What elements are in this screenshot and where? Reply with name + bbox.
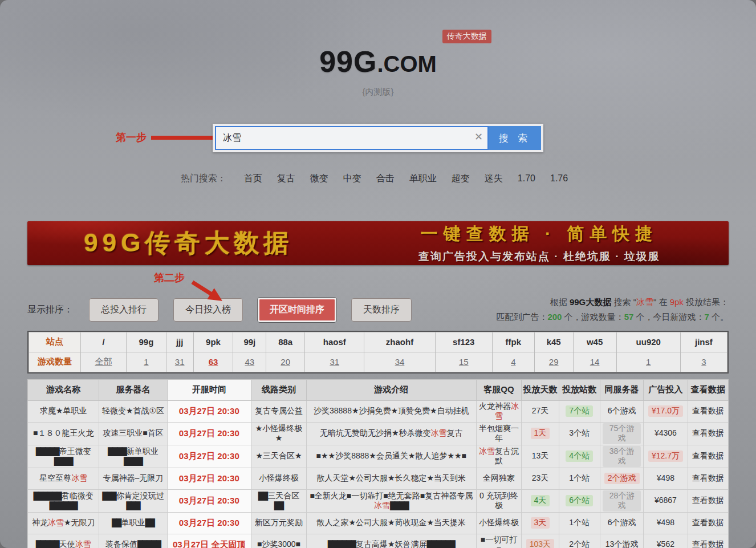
column-header: 客服QQ [476, 379, 522, 400]
cell-name: ■１８０龍王火龙 [28, 422, 99, 445]
cell-time: 03月27日 20:30 [167, 445, 251, 468]
cell-same: 38个游戏 [600, 445, 644, 468]
site-name: 99g [126, 332, 166, 352]
cell-server: ███你肯定没玩过███ [99, 489, 167, 512]
cell-sites: 1个站 [559, 468, 600, 489]
cell-line: ★小怪爆终极★ [251, 422, 307, 445]
cell-intro: 无暗坑无赞助无沙捐★秒杀微变冰雪复古 [307, 422, 476, 445]
site-name: uu920 [616, 332, 680, 352]
cell-server: ████新单职业████ [99, 445, 167, 468]
step2-label: 第二步 [154, 271, 185, 285]
game-row: ██████君临微变█████████你肯定没玩过███03月27日 20:30… [28, 489, 729, 512]
search-input[interactable] [215, 126, 489, 150]
site-name: k45 [534, 332, 573, 352]
site-count-link[interactable]: 4 [511, 357, 515, 367]
view-data-link[interactable]: 查看数据 [692, 473, 724, 482]
step1-label: 第一步 [116, 131, 147, 144]
cell-name: 星空至尊冰雪 [28, 468, 99, 489]
column-header: 游戏介绍 [307, 379, 476, 400]
site-count-link[interactable]: 29 [549, 357, 559, 367]
cell-sites: 6个站 [559, 489, 600, 512]
view-data-link[interactable]: 查看数据 [692, 496, 724, 505]
cell-line: 新区万元奖励 [251, 512, 307, 534]
sort-button-active[interactable]: 开区时间排序 [258, 298, 336, 322]
hot-search-item[interactable]: 中变 [343, 173, 361, 185]
cell-qq: 半包烟爽一年 [476, 422, 522, 445]
cell-same: 28个游戏 [600, 489, 644, 512]
site-count-link[interactable]: 43 [245, 357, 254, 367]
site-name: 9pk [193, 332, 233, 352]
ad-banner[interactable]: 99G传奇大数据 一键查数据 · 简单快捷 查询广告投入与发布站点 · 杜绝坑服… [27, 221, 729, 265]
site-name: / [81, 332, 127, 352]
site-name: jjj [166, 332, 193, 352]
site-count-link[interactable]: 1 [144, 357, 148, 367]
site-count-link[interactable]: 20 [281, 357, 290, 367]
cell-sites: 4个站 [559, 445, 600, 468]
site-name: 88a [266, 332, 305, 352]
cell-sites: 3个站 [559, 422, 600, 445]
search-section: 第一步 ✕ 搜 索 [27, 124, 729, 153]
view-data-link[interactable]: 查看数据 [692, 451, 724, 460]
search-result-summary: 根据 99G大数据 搜索 "冰雪" 在 9pk 投放结果： 匹配到广告：200 … [496, 295, 729, 325]
cell-view: 查看数据 [688, 468, 728, 489]
hot-search-item[interactable]: 合击 [376, 173, 395, 185]
logo-text-tld: .COM [377, 51, 436, 76]
cell-view: 查看数据 [688, 489, 728, 512]
site-count-link[interactable]: 63 [209, 357, 218, 367]
cell-server: 攻速三职业■首区 [99, 422, 167, 445]
site-count-link[interactable]: 31 [175, 357, 185, 367]
hot-search-item[interactable]: 复古 [277, 173, 295, 185]
hot-search-item[interactable]: 单职业 [409, 173, 437, 185]
site-count-link[interactable]: 15 [459, 357, 469, 367]
cell-ad: ¥498 [644, 468, 688, 489]
cell-view: 查看数据 [688, 445, 728, 468]
cell-same: 6个游戏 [600, 400, 644, 422]
site-count-link[interactable]: 1 [646, 357, 651, 367]
cell-name: █████天使冰雪 [28, 534, 99, 548]
site-count-link[interactable]: 14 [590, 357, 600, 367]
hot-search-item[interactable]: 首页 [244, 173, 262, 185]
cell-time: 03月27日 全天固顶 [167, 534, 251, 548]
cell-qq: ■一切可打■ [476, 534, 522, 548]
view-data-link[interactable]: 查看数据 [692, 518, 724, 527]
column-header: 游戏名称 [28, 379, 99, 400]
cell-ad: ¥12.7万 [644, 445, 688, 468]
hot-search-item[interactable]: 1.70 [518, 173, 535, 184]
game-row: 星空至尊冰雪专属神器–无限刀03月27日 20:30小怪爆终极散人天堂★公司大服… [28, 468, 729, 489]
cell-same: 75个游戏 [600, 422, 644, 445]
hot-search-item[interactable]: 迷失 [485, 173, 503, 185]
cell-server: ██单职业██ [99, 512, 167, 534]
cell-view: 查看数据 [688, 534, 728, 548]
browser-page: 99G.COM 传奇大数据 {内测版} 第一步 ✕ 搜 索 [0, 0, 756, 548]
sort-button-inactive[interactable]: 天数排序 [351, 298, 412, 322]
hot-search-item[interactable]: 超变 [452, 173, 470, 185]
cell-view: 查看数据 [688, 400, 728, 422]
cell-time: 03月27日 20:30 [167, 468, 251, 489]
cell-server: 专属神器–无限刀 [99, 468, 167, 489]
site-count-link[interactable]: 全部 [95, 356, 112, 366]
logo-text-main: 99G [319, 45, 377, 78]
sites-row-label: 站点 [29, 332, 81, 352]
search-button[interactable]: 搜 索 [489, 126, 541, 150]
cell-view: 查看数据 [688, 512, 728, 534]
sort-button-inactive[interactable]: 总投入排行 [89, 298, 158, 322]
cell-intro: 散人天堂★公司大服★长久稳定★当天到米 [307, 468, 476, 489]
cell-qq: 0 充玩到终极 [476, 489, 522, 512]
site-count-link[interactable]: 31 [330, 357, 339, 367]
site-name: ffpk [492, 332, 534, 352]
site-count-link[interactable]: 34 [395, 357, 405, 367]
view-data-link[interactable]: 查看数据 [692, 539, 724, 548]
cell-time: 03月27日 20:30 [167, 512, 251, 534]
view-data-link[interactable]: 查看数据 [692, 428, 724, 437]
site-count-link[interactable]: 3 [701, 357, 706, 367]
banner-slogans: 一键查数据 · 简单快捷 查询广告投入与发布站点 · 杜绝坑服 · 垃圾服 [350, 222, 729, 264]
column-header: 服务器名 [99, 379, 167, 400]
banner-title: 99G传奇大数据 [27, 226, 350, 260]
hot-search-item[interactable]: 微变 [310, 173, 328, 185]
view-data-link[interactable]: 查看数据 [692, 406, 724, 415]
clear-search-icon[interactable]: ✕ [474, 132, 483, 142]
hot-search-item[interactable]: 1.76 [550, 173, 568, 184]
cell-sites: 2个站 [559, 534, 600, 548]
cell-line: ■沙奖3000■ [251, 534, 307, 548]
result-line-2: 匹配到广告：200 个，游戏数量：57 个，今日新游戏：7 个。 [496, 310, 729, 324]
